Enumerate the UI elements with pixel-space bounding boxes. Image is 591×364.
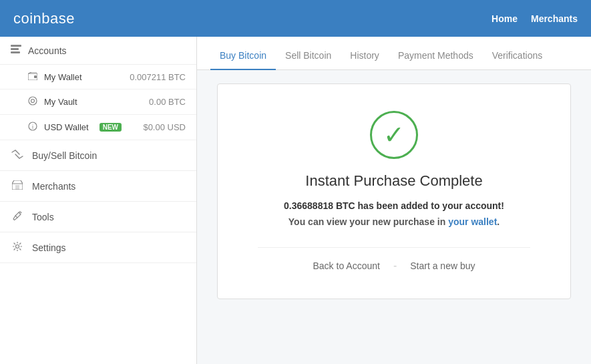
tools-label: Tools — [32, 212, 54, 222]
settings-label: Settings — [32, 242, 66, 253]
accounts-label: Accounts — [28, 45, 67, 56]
success-amount: 0.36688818 BTC has been added to your ac… — [258, 200, 530, 211]
usd-wallet-name: USD Wallet — [44, 122, 89, 132]
nav-home[interactable]: Home — [491, 13, 518, 24]
settings-nav-item[interactable]: Settings — [0, 232, 196, 263]
svg-rect-2 — [11, 51, 20, 53]
usd-wallet-item[interactable]: i USD Wallet NEW $0.00 USD — [0, 115, 196, 140]
buy-sell-icon — [11, 150, 24, 161]
svg-point-5 — [29, 97, 37, 105]
main-content: Buy Bitcoin Sell Bitcoin History Payment… — [197, 37, 591, 364]
tabs-bar: Buy Bitcoin Sell Bitcoin History Payment… — [197, 37, 591, 70]
action-separator: - — [393, 260, 397, 272]
tab-payment-methods[interactable]: Payment Methods — [389, 50, 483, 70]
svg-rect-0 — [11, 45, 21, 47]
svg-rect-10 — [15, 185, 19, 190]
success-card: ✓ Instant Purchase Complete 0.36688818 B… — [217, 83, 571, 299]
merchants-label: Merchants — [32, 181, 75, 192]
vault-amount: 0.00 BTC — [149, 97, 186, 107]
svg-rect-4 — [34, 75, 37, 78]
svg-rect-1 — [11, 48, 19, 50]
svg-point-6 — [31, 100, 35, 103]
wallet-amount: 0.007211 BTC — [130, 72, 186, 82]
success-actions: Back to Account - Start a new buy — [258, 247, 530, 272]
tab-sell-bitcoin[interactable]: Sell Bitcoin — [276, 50, 341, 70]
content-area: ✓ Instant Purchase Complete 0.36688818 B… — [197, 70, 591, 313]
header-nav: Home Merchants — [491, 13, 578, 24]
wallet-name: My Wallet — [44, 72, 82, 82]
svg-text:i: i — [32, 124, 33, 130]
accounts-icon — [11, 45, 21, 56]
my-vault-item[interactable]: My Vault 0.00 BTC — [0, 89, 196, 115]
vault-name: My Vault — [44, 97, 77, 107]
buy-sell-nav-item[interactable]: Buy/Sell Bitcoin — [0, 140, 196, 171]
accounts-section-header: Accounts — [0, 37, 196, 65]
checkmark-icon: ✓ — [383, 122, 405, 148]
start-new-buy-link[interactable]: Start a new buy — [410, 260, 475, 271]
new-badge: NEW — [100, 123, 122, 132]
your-wallet-link[interactable]: your wallet — [448, 216, 497, 227]
success-title: Instant Purchase Complete — [258, 172, 530, 190]
tools-icon — [11, 211, 24, 222]
vault-icon — [28, 96, 37, 108]
wallet-icon — [28, 71, 37, 82]
nav-merchants[interactable]: Merchants — [531, 13, 578, 24]
usd-icon: i — [28, 122, 37, 133]
settings-icon — [11, 242, 24, 253]
usd-wallet-amount: $0.00 USD — [143, 122, 186, 132]
buy-sell-label: Buy/Sell Bitcoin — [32, 150, 97, 161]
sidebar: Accounts My Wallet 0.007211 BTC — [0, 37, 197, 364]
logo: coinbase — [13, 10, 75, 27]
tab-history[interactable]: History — [341, 50, 389, 70]
tab-buy-bitcoin[interactable]: Buy Bitcoin — [210, 50, 276, 70]
layout: Accounts My Wallet 0.007211 BTC — [0, 37, 591, 364]
tools-nav-item[interactable]: Tools — [0, 202, 196, 232]
merchants-icon — [11, 180, 24, 192]
merchants-nav-item[interactable]: Merchants — [0, 171, 196, 202]
success-icon: ✓ — [370, 111, 418, 159]
header: coinbase Home Merchants — [0, 0, 591, 37]
my-wallet-item[interactable]: My Wallet 0.007211 BTC — [0, 65, 196, 89]
tab-verifications[interactable]: Verifications — [483, 50, 552, 70]
svg-point-11 — [16, 245, 19, 248]
success-view-text: You can view your new purchase in your w… — [258, 216, 530, 227]
back-to-account-link[interactable]: Back to Account — [313, 260, 379, 271]
